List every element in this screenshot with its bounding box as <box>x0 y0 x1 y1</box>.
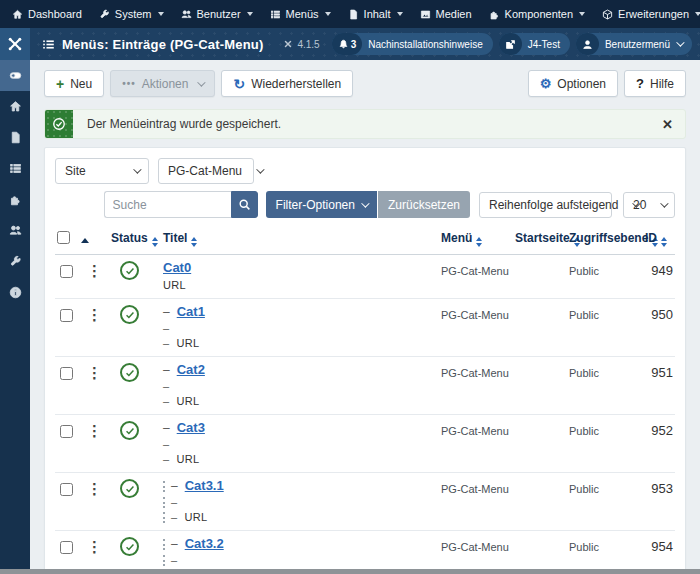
actions-button[interactable]: ••• Aktionen <box>110 70 215 97</box>
sidebar-item-system[interactable] <box>0 246 30 277</box>
column-header-menu[interactable]: Menü <box>439 228 513 255</box>
row-home <box>513 473 567 531</box>
menubar-item-menus[interactable]: Menüs <box>270 8 331 20</box>
success-alert: Der Menüeintrag wurde gespeichert. ✕ <box>44 109 686 139</box>
row-access: Public <box>567 299 643 357</box>
sidebar-item-menus[interactable] <box>0 153 30 184</box>
chevron-down-icon <box>361 199 369 207</box>
version-number: 4.1.5 <box>297 39 319 50</box>
sidebar-item-content[interactable] <box>0 122 30 153</box>
sort-icon <box>152 237 158 247</box>
row-menu: PG-Cat-Menu <box>439 415 513 473</box>
menu-item-link[interactable]: Cat3 <box>177 420 205 436</box>
filter-options-button[interactable]: Filter-Optionen <box>266 191 377 218</box>
status-published-icon[interactable] <box>120 305 139 324</box>
item-type-line: –URL <box>163 395 437 408</box>
user-menu-pill[interactable]: Benutzermenü <box>576 33 692 55</box>
sidebar-item-dashboard[interactable] <box>0 91 30 122</box>
options-button[interactable]: ⚙ Optionen <box>528 70 618 97</box>
notifications-pill[interactable]: 3 Nachinstallationshinweise <box>332 33 493 55</box>
home-icon <box>12 9 23 20</box>
menu-select[interactable]: PG-Cat-Menu <box>158 158 254 184</box>
status-published-icon[interactable] <box>120 479 139 498</box>
sidebar-item-help[interactable] <box>0 277 30 308</box>
row-checkbox[interactable] <box>60 541 73 554</box>
drag-handle-icon[interactable]: ⋮ <box>81 362 108 383</box>
new-button-label: Neu <box>70 77 92 91</box>
actions-button-label: Aktionen <box>142 77 189 91</box>
row-checkbox[interactable] <box>60 483 73 496</box>
search-input[interactable] <box>104 191 231 218</box>
table-row: ⋮ –Cat1 – –URL PG-Cat-Menu Public 950 <box>55 299 675 357</box>
menubar-item-medien[interactable]: Medien <box>420 8 472 20</box>
sidebar-toggle[interactable] <box>0 60 30 91</box>
tree-note-line: – <box>163 439 437 450</box>
drag-handle-icon[interactable]: ⋮ <box>81 304 108 325</box>
tree-prefix: – <box>163 497 184 508</box>
column-header-status[interactable]: Status <box>109 228 153 255</box>
menu-item-link[interactable]: Cat3.1 <box>185 478 224 494</box>
menu-item-link[interactable]: Cat2 <box>177 362 205 378</box>
chevron-down-icon <box>256 165 264 173</box>
select-all-checkbox[interactable] <box>57 231 70 244</box>
site-preview-label: J4-Test <box>528 39 560 50</box>
close-icon[interactable]: ✕ <box>662 118 673 131</box>
menubar-item-benutzer[interactable]: Benutzer <box>181 8 253 20</box>
new-button[interactable]: + Neu <box>44 70 104 97</box>
item-type-label: URL <box>176 395 199 408</box>
row-checkbox[interactable] <box>60 265 73 278</box>
status-published-icon[interactable] <box>120 421 139 440</box>
row-checkbox[interactable] <box>60 367 73 380</box>
bottom-scrollbar[interactable] <box>0 569 700 574</box>
menubar-item-erweiterungen[interactable]: Erweiterungen <box>602 8 700 20</box>
column-header-access[interactable]: Zugriffsebene <box>567 228 643 255</box>
sidebar-item-components[interactable] <box>0 184 30 215</box>
menu-item-link[interactable]: Cat3.2 <box>185 536 224 552</box>
toggle-icon <box>9 69 22 82</box>
search-button[interactable] <box>231 191 258 218</box>
menubar-item-system[interactable]: System <box>99 8 164 20</box>
row-id: 950 <box>643 299 675 357</box>
help-button[interactable]: ? Hilfe <box>624 70 686 97</box>
question-icon: ? <box>636 76 644 91</box>
menubar-item-dashboard[interactable]: Dashboard <box>12 8 82 20</box>
user-icon <box>582 39 593 50</box>
row-checkbox[interactable] <box>60 425 73 438</box>
drag-handle-icon[interactable]: ⋮ <box>81 260 108 281</box>
notifications-count: 3 <box>332 33 363 55</box>
ordering-select[interactable]: Reihenfolge aufsteigend <box>479 192 612 218</box>
table-row: ⋮ Cat0 URL PG-Cat-Menu Public 949 <box>55 255 675 299</box>
joomla-logo[interactable] <box>0 28 30 60</box>
column-header-id[interactable]: ID <box>643 228 675 255</box>
ordering-sort-icon[interactable] <box>81 238 89 243</box>
menubar-item-komponenten[interactable]: Komponenten <box>489 8 586 20</box>
tree-prefix: – <box>163 323 176 334</box>
status-published-icon[interactable] <box>120 363 139 382</box>
clear-button[interactable]: Zurücksetzen <box>378 191 470 218</box>
status-published-icon[interactable] <box>120 261 139 280</box>
row-checkbox[interactable] <box>60 309 73 322</box>
sidebar-item-users[interactable] <box>0 215 30 246</box>
tree-prefix: – <box>163 555 184 566</box>
tree-prefix: – <box>163 304 177 320</box>
column-header-home[interactable]: Startseite <box>513 228 567 255</box>
alert-icon-tile <box>45 109 73 139</box>
menubar-item-inhalt[interactable]: Inhalt <box>348 8 403 20</box>
client-select[interactable]: Site <box>55 158 149 184</box>
menu-item-link[interactable]: Cat1 <box>177 304 205 320</box>
drag-handle-icon[interactable]: ⋮ <box>81 478 108 499</box>
status-published-icon[interactable] <box>120 537 139 556</box>
table-row: ⋮ –Cat3.2 – –URL PG-Cat-Menu Public 954 <box>55 531 675 570</box>
site-preview-pill[interactable]: J4-Test <box>499 33 570 55</box>
menu-item-link[interactable]: Cat0 <box>163 260 191 276</box>
user-icon-wrap <box>576 33 599 55</box>
item-type-line: –URL <box>163 511 437 524</box>
drag-handle-icon[interactable]: ⋮ <box>81 536 108 557</box>
tree-prefix: – <box>163 362 177 378</box>
column-header-title[interactable]: Titel <box>153 228 439 255</box>
drag-handle-icon[interactable]: ⋮ <box>81 420 108 441</box>
limit-select[interactable]: 20 <box>623 192 675 218</box>
search-group <box>104 191 258 218</box>
rebuild-button[interactable]: ↻ Wiederherstellen <box>221 70 353 97</box>
tree-prefix: – <box>163 337 176 350</box>
